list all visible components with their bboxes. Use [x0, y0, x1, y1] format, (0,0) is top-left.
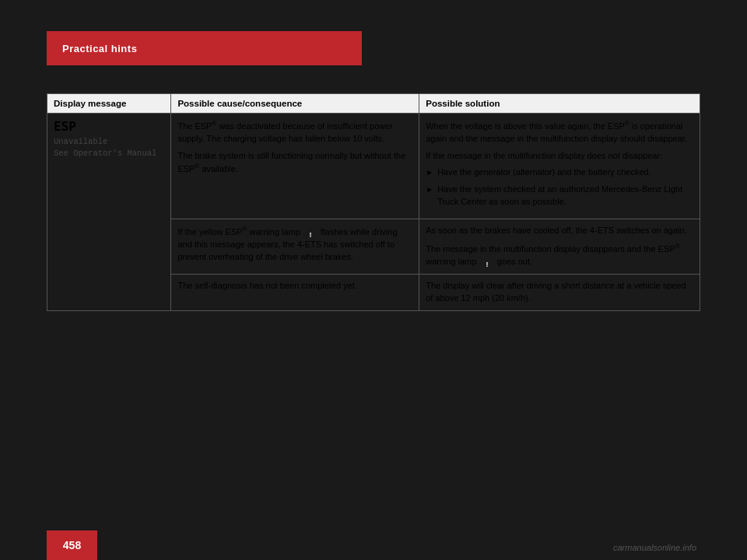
bullet-item-2: ► Have the system checked at an authoriz… [426, 184, 693, 208]
solution-para-2: If the message in the multifunction disp… [426, 150, 693, 163]
display-cell-esp: ESP UnavailableSee Operator's Manual [47, 114, 171, 311]
page-number: 458 [63, 539, 81, 551]
cause-cell-3: The self-diagnosis has not been complete… [171, 274, 419, 310]
esp-table: Display message Possible cause/consequen… [47, 93, 700, 311]
cause-para-4: The self-diagnosis has not been complete… [177, 280, 412, 292]
page-number-box: 458 [47, 530, 97, 560]
col-header-solution: Possible solution [419, 94, 700, 114]
cause-para-2: The brake system is still functioning no… [177, 150, 412, 177]
cause-para-1: The ESP® was deactivated because of insu… [177, 119, 412, 145]
table-row: ESP UnavailableSee Operator's Manual The… [47, 114, 700, 219]
arrow-icon-1: ► [426, 167, 433, 179]
cause-para-3: If the yellow ESP® warning lamp ! flashe… [177, 225, 412, 264]
esp-unavailable-text: UnavailableSee Operator's Manual [54, 136, 164, 159]
solution-para-3: As soon as the brakes have cooled off, t… [426, 225, 693, 237]
bullet-item-1: ► Have the generator (alternator) and th… [426, 166, 693, 179]
watermark: carmanualsonline.info [613, 543, 696, 552]
banner-title: Practical hints [62, 43, 137, 54]
solution-para-4: The message in the multifunction display… [426, 242, 693, 268]
table-header-row: Display message Possible cause/consequen… [47, 94, 700, 114]
cause-cell-2: If the yellow ESP® warning lamp ! flashe… [171, 219, 419, 275]
col-header-cause: Possible cause/consequence [171, 94, 419, 114]
table-container: Display message Possible cause/consequen… [47, 93, 700, 311]
bullet-text-2: Have the system checked at an authorized… [437, 184, 693, 208]
cause-cell-1: The ESP® was deactivated because of insu… [171, 114, 419, 219]
warning-lamp-icon-2: ! [480, 256, 494, 268]
practical-hints-banner: Practical hints [47, 31, 362, 65]
solution-para-5: The display will clear after driving a s… [426, 280, 693, 305]
header-bar [0, 0, 747, 31]
solution-cell-2: As soon as the brakes have cooled off, t… [419, 219, 700, 275]
col-header-display: Display message [47, 94, 171, 114]
solution-cell-1: When the voltage is above this value aga… [419, 114, 700, 219]
arrow-icon-2: ► [426, 184, 433, 196]
bullet-text-1: Have the generator (alternator) and the … [437, 166, 651, 179]
esp-label: ESP [54, 119, 76, 134]
solution-para-1: When the voltage is above this value aga… [426, 119, 693, 145]
svg-text:!: ! [486, 260, 488, 268]
warning-lamp-icon-1: ! [303, 226, 317, 239]
solution-bullet-list: ► Have the generator (alternator) and th… [426, 166, 693, 208]
svg-text:!: ! [310, 231, 312, 239]
solution-cell-3: The display will clear after driving a s… [419, 274, 700, 310]
